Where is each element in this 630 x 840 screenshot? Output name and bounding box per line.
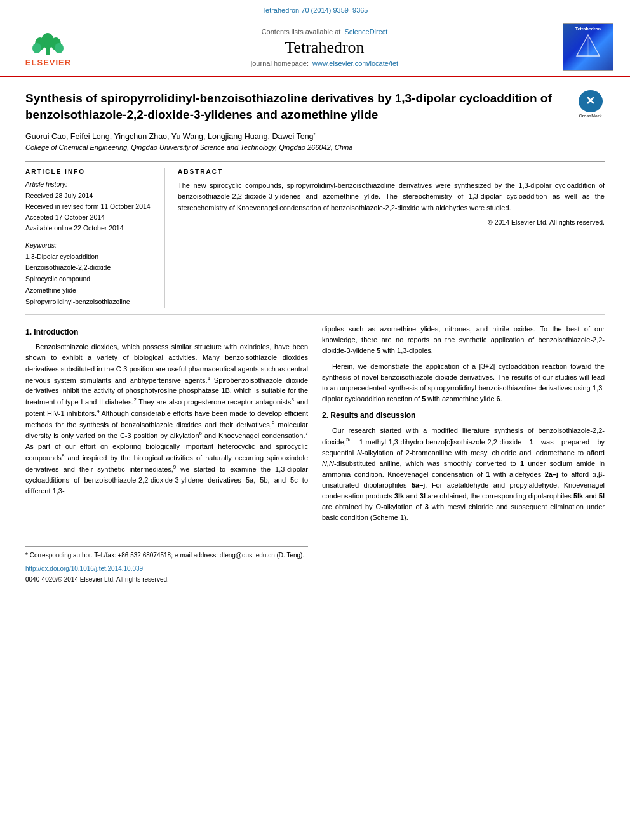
N-alkylation: N	[357, 449, 362, 457]
compound6: 6	[497, 395, 500, 403]
svg-point-5	[55, 43, 64, 53]
sciencedirect-line: Contents lists available at ScienceDirec…	[262, 28, 388, 36]
available-date: Available online 22 October 2014	[25, 223, 156, 234]
crossmark-label: CrossMark	[579, 113, 601, 119]
ref8: 8	[62, 453, 64, 458]
article-affiliation: College of Chemical Engineering, Qingdao…	[25, 143, 605, 151]
journal-center-info: Contents lists available at ScienceDirec…	[93, 23, 556, 71]
keywords-section: Keywords: 1,3-Dipolar cycloaddition Benz…	[25, 241, 156, 308]
ref3: 3	[292, 397, 294, 403]
keyword-4: Azomethine ylide	[25, 285, 156, 297]
compounds3lk-3l: 3lk	[394, 492, 404, 500]
article-title-text: Synthesis of spiropyrrolidinyl-benzoisot…	[25, 91, 552, 121]
journal-homepage-line: journal homepage: www.elsevier.com/locat…	[251, 60, 398, 67]
intro-continued: dipoles such as azomethine ylides, nitro…	[322, 324, 605, 356]
elsevier-tree-icon	[30, 28, 65, 57]
accepted-date: Accepted 17 October 2014	[25, 212, 156, 223]
svg-point-4	[32, 43, 41, 53]
abstract-column: ABSTRACT The new spirocyclic compounds, …	[178, 168, 605, 307]
info-abstract-section: ARTICLE INFO Article history: Received 2…	[25, 161, 605, 307]
abstract-label: ABSTRACT	[178, 168, 605, 175]
ref1: 1	[208, 375, 210, 381]
keyword-3: Spirocyclic compound	[25, 274, 156, 285]
compound1: 1	[530, 437, 533, 445]
body-left-column: 1. Introduction Benzoisothiazole dioxide…	[25, 324, 308, 585]
article-info-column: ARTICLE INFO Article history: Received 2…	[25, 168, 165, 307]
keyword-5: Spiropyrrolidinyl-benzoisothiazoline	[25, 297, 156, 308]
journal-name: Tetrahedron	[285, 38, 364, 57]
crossmark-cross-icon: ✕	[586, 95, 595, 107]
cover-journal-title: Tetrahedron	[575, 27, 601, 31]
journal-doi: Tetrahedron 70 (2014) 9359–9365	[262, 6, 368, 14]
received-date: Received 28 July 2014	[25, 190, 156, 201]
abstract-text: The new spirocyclic compounds, spiropyrr…	[178, 180, 605, 213]
compound1c: 1	[486, 470, 490, 478]
body-right-column: dipoles such as azomethine ylides, nitro…	[322, 324, 605, 585]
journal-cover-area: Tetrahedron	[563, 23, 620, 71]
keyword-2: Benzoisothiazole-2,2-dioxide	[25, 262, 156, 274]
ref7: 7	[305, 430, 308, 436]
compound1b: 1	[520, 460, 524, 467]
doi-link[interactable]: http://dx.doi.org/10.1016/j.tet.2014.10.…	[25, 564, 308, 574]
tetrahedron-cover-image: Tetrahedron	[563, 23, 613, 71]
results-paragraph: Our research started with a modified lit…	[322, 425, 605, 523]
keyword-1: 1,3-Dipolar cycloaddition	[25, 251, 156, 263]
compound3l: 3l	[420, 492, 426, 500]
sciencedirect-link[interactable]: ScienceDirect	[345, 28, 388, 36]
herein-paragraph: Herein, we demonstrate the application o…	[322, 361, 605, 404]
crossmark-badge[interactable]: ✕ CrossMark	[576, 90, 605, 119]
journal-doi-bar: Tetrahedron 70 (2014) 9359–9365	[0, 0, 630, 18]
ref6: 6	[199, 430, 202, 436]
compounds2a-j: 2a–j	[545, 470, 558, 478]
compound5: 5	[377, 347, 380, 354]
corresponding-author-marker: *	[314, 131, 316, 137]
abstract-copyright: © 2014 Elsevier Ltd. All rights reserved…	[178, 218, 605, 226]
authors-text: Guorui Cao, Feifei Long, Yingchun Zhao, …	[25, 132, 314, 141]
revised-date: Received in revised form 11 October 2014	[25, 201, 156, 212]
ref5c: 5c	[346, 437, 351, 443]
body-text-section: 1. Introduction Benzoisothiazole dioxide…	[25, 314, 605, 585]
copyright-bottom: 0040-4020/© 2014 Elsevier Ltd. All right…	[25, 575, 308, 585]
keywords-title: Keywords:	[25, 241, 156, 249]
article-title: Synthesis of spiropyrrolidinyl-benzoisot…	[25, 90, 605, 123]
article-authors: Guorui Cao, Feifei Long, Yingchun Zhao, …	[25, 131, 605, 141]
ref4: 4	[97, 408, 99, 414]
compounds5a-j: 5a–j	[412, 481, 425, 489]
homepage-link[interactable]: www.elsevier.com/locate/tet	[312, 60, 398, 67]
history-title: Article history:	[25, 180, 156, 188]
crossmark-circle: ✕	[579, 90, 603, 112]
section2-heading: 2. Results and discussion	[322, 410, 605, 422]
section1-heading-text: 1. Introduction	[25, 328, 78, 337]
compounds5lk: 5lk	[573, 492, 583, 500]
article-content: Synthesis of spiropyrrolidinyl-benzoisot…	[0, 77, 630, 597]
section2-heading-text: 2. Results and discussion	[322, 411, 415, 420]
intro-paragraph: Benzoisothiazole dioxides, which possess…	[25, 342, 308, 496]
page: Tetrahedron 70 (2014) 9359–9365 ELSEVIER	[0, 0, 630, 840]
section1-heading: 1. Introduction	[25, 326, 308, 338]
ref9: 9	[173, 464, 176, 470]
sciencedirect-prefix: Contents lists available at	[262, 28, 341, 36]
footnote-area: * Corresponding author. Tel./fax: +86 53…	[25, 546, 308, 585]
elsevier-logo-area: ELSEVIER	[10, 23, 86, 71]
footnote-asterisk: * Corresponding author. Tel./fax: +86 53…	[25, 550, 308, 560]
journal-header: ELSEVIER Contents lists available at Sci…	[0, 18, 630, 77]
ref2: 2	[133, 397, 136, 403]
NN-disubstituted: N,N	[322, 460, 334, 467]
elsevier-logo: ELSEVIER	[25, 28, 71, 67]
elsevier-wordmark: ELSEVIER	[25, 58, 71, 67]
ref5: 5	[272, 420, 274, 425]
compound5l: 5l	[599, 492, 605, 500]
compound3: 3	[425, 503, 429, 510]
compound5-ref: 5	[422, 395, 426, 403]
tetrahedron-shape-icon	[575, 34, 601, 59]
article-info-label: ARTICLE INFO	[25, 168, 156, 175]
homepage-prefix: journal homepage:	[251, 60, 309, 67]
